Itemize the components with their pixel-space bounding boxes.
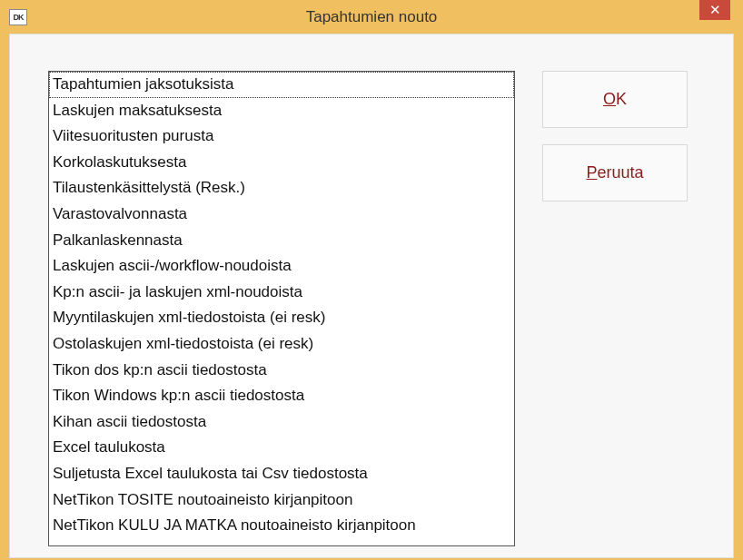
cancel-button[interactable]: Peruuta	[542, 144, 688, 201]
source-listbox[interactable]: Tapahtumien jaksotuksistaLaskujen maksat…	[48, 71, 515, 546]
ok-button-accel: O	[603, 90, 616, 109]
list-item[interactable]: NetTikon KULU JA MATKA noutoaineisto kir…	[49, 513, 514, 539]
list-item[interactable]: Tikon Windows kp:n ascii tiedostosta	[49, 383, 514, 409]
list-item[interactable]: Tapahtumien jaksotuksista	[49, 72, 514, 98]
list-item[interactable]: Ostolaskujen xml-tiedostoista (ei resk)	[49, 331, 514, 358]
window-body: Tapahtumien jaksotuksistaLaskujen maksat…	[9, 34, 734, 558]
close-button[interactable]: ✕	[699, 0, 730, 20]
cancel-button-label: eruuta	[597, 163, 643, 182]
list-item[interactable]: Laskujen maksatuksesta	[49, 98, 514, 124]
list-item[interactable]: Kp:n ascii- ja laskujen xml-noudoista	[49, 280, 514, 306]
list-item[interactable]: Myyntilaskujen xml-tiedostoista (ei resk…	[49, 305, 514, 331]
list-item[interactable]: Varastovalvonnasta	[49, 201, 514, 228]
close-icon: ✕	[709, 2, 721, 18]
list-item[interactable]: Palkanlaskennasta	[49, 228, 514, 254]
list-item[interactable]: Laskujen ascii-/workflow-noudoista	[49, 253, 514, 280]
list-item[interactable]: Tilaustenkäsittelystä (Resk.)	[49, 175, 514, 201]
list-item[interactable]: Tikon dos kp:n ascii tiedostosta	[49, 358, 514, 384]
list-item[interactable]: NetTikon TOSITE noutoaineisto kirjanpito…	[49, 487, 514, 514]
list-item[interactable]: Aditro käyttöomaisuudesta	[49, 539, 514, 546]
list-item[interactable]: Korkolaskutuksesta	[49, 150, 514, 176]
titlebar: DK Tapahtumien nouto ✕	[0, 0, 743, 34]
cancel-button-accel: P	[586, 163, 597, 182]
list-item[interactable]: Suljetusta Excel taulukosta tai Csv tied…	[49, 461, 514, 487]
list-item[interactable]: Viitesuoritusten purusta	[49, 123, 514, 150]
app-icon: DK	[9, 9, 27, 25]
ok-button[interactable]: OK	[542, 71, 688, 128]
list-item[interactable]: Excel taulukosta	[49, 435, 514, 461]
ok-button-label: K	[616, 90, 627, 109]
window-title: Tapahtumien nouto	[306, 8, 438, 26]
list-item[interactable]: Kihan ascii tiedostosta	[49, 409, 514, 436]
